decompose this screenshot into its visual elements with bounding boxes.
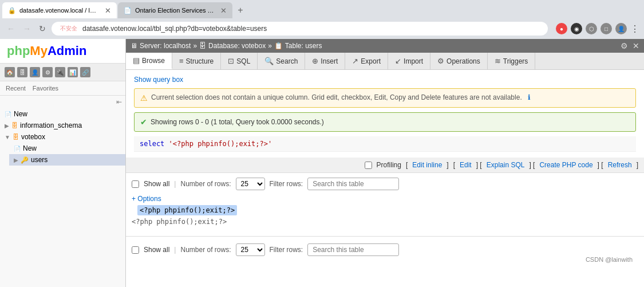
explain-sql-link[interactable]: Explain SQL: [487, 161, 525, 169]
expand-votebox-icon[interactable]: ▼: [5, 134, 10, 140]
tab-insert[interactable]: ⊕ Insert: [305, 53, 345, 69]
help-icon[interactable]: ℹ: [528, 93, 531, 101]
link-icon[interactable]: 🔗: [80, 67, 90, 77]
divider: [126, 236, 644, 237]
browser-icon-3[interactable]: ⬡: [586, 23, 597, 34]
structure-label: Structure: [186, 57, 214, 65]
refresh-button[interactable]: ↻: [37, 23, 48, 34]
expand-users-icon[interactable]: ▶: [14, 157, 18, 163]
favorites-label[interactable]: Favorites: [33, 85, 58, 92]
alert-warning: ⚠ Current selection does not contain a u…: [134, 88, 636, 108]
new-tab-button[interactable]: +: [234, 3, 247, 17]
refresh-link[interactable]: Refresh: [608, 161, 632, 169]
edit-inline-link[interactable]: Edit inline: [412, 161, 442, 169]
table-users-icon: 🔑: [21, 156, 29, 164]
db-info-icon: 🗄: [11, 122, 18, 129]
search-input-bottom[interactable]: [307, 243, 399, 256]
plugin-icon[interactable]: 🔌: [55, 67, 65, 77]
tab-title-active: datasafe.votenow.local / local: [19, 7, 99, 14]
edit-link[interactable]: Edit: [460, 161, 472, 169]
browser-icon-2[interactable]: ◉: [571, 23, 582, 34]
show-all-checkbox-top[interactable]: [132, 180, 139, 188]
number-rows-label-top: Number of rows:: [180, 180, 231, 188]
options-link[interactable]: + Options: [126, 195, 644, 205]
recent-favorites: Recent Favorites: [0, 81, 125, 96]
triggers-label: Triggers: [503, 57, 528, 65]
tab-search[interactable]: 🔍 Search: [258, 53, 305, 69]
bracket-final: ]: [637, 161, 638, 169]
code-highlighted: <?php phpinfo();exit;?>: [137, 205, 237, 215]
sidebar-item-votebox[interactable]: ▼ 🗄 votebox: [0, 131, 125, 143]
create-php-link[interactable]: Create PHP code: [539, 161, 592, 169]
warning-icon: ⚠: [140, 93, 148, 103]
browser-icon-5[interactable]: 👤: [615, 23, 627, 34]
show-all-label-top[interactable]: Show all: [144, 180, 169, 188]
tab-close-active[interactable]: ✕: [105, 6, 111, 15]
tab-browse[interactable]: ▤ Browse: [126, 53, 172, 69]
bracket-close1: ]: [447, 161, 448, 169]
sep1: [: [453, 161, 455, 169]
tab-import[interactable]: ↙ Import: [388, 53, 430, 69]
number-rows-select-top[interactable]: 25 50 100: [236, 178, 265, 190]
expand-info-icon[interactable]: ▶: [5, 123, 9, 129]
main-layout: phpMyAdmin 🏠 🗄 👤 ⚙ 🔌 📊 🔗 Recent Favorite…: [0, 39, 644, 287]
breadcrumb-table: Table: users: [285, 42, 322, 50]
top-bar-icons: ⚙ ✕: [621, 41, 639, 50]
settings-icon[interactable]: ⚙: [42, 67, 53, 77]
new-icon: 📄: [5, 111, 11, 117]
tab-favicon: 🔒: [8, 7, 16, 14]
sql-value: '<?php phpinfo();exit;?>': [169, 140, 272, 148]
browser-icon-1[interactable]: ●: [556, 23, 567, 34]
browser-icon-4[interactable]: □: [600, 23, 612, 34]
tab-operations[interactable]: ⚙ Operations: [430, 53, 488, 69]
url-bar[interactable]: 不安全 datasafe.votenow.local/tbl_sql.php?d…: [52, 22, 548, 36]
show-query-box-link[interactable]: Show query box: [134, 76, 183, 84]
user-icon[interactable]: 👤: [30, 67, 40, 77]
sql-label: SQL: [236, 57, 250, 65]
tab-sql[interactable]: ⊡ SQL: [221, 53, 258, 69]
recent-label[interactable]: Recent: [6, 85, 26, 92]
watermark: CSDN @lainwith: [126, 256, 638, 263]
chart-icon[interactable]: 📊: [68, 67, 78, 77]
separator-top: |: [174, 180, 176, 188]
browser-chrome: 🔒 datasafe.votenow.local / local ✕ 📄 Ont…: [0, 0, 644, 39]
tab-close-inactive[interactable]: ✕: [220, 6, 227, 15]
sidebar-item-users[interactable]: ▶ 🔑 users: [9, 154, 125, 166]
operations-icon: ⚙: [437, 57, 444, 65]
tab-structure[interactable]: ≡ Structure: [172, 53, 221, 69]
success-icon: ✔: [140, 117, 147, 127]
collapse-icon[interactable]: ⇤: [116, 98, 122, 106]
menu-dots[interactable]: ⋮: [630, 23, 639, 34]
structure-icon: ≡: [179, 57, 184, 65]
tab-triggers[interactable]: ≋ Triggers: [488, 53, 536, 69]
collapse-top-icon[interactable]: ✕: [633, 41, 639, 50]
import-icon: ↙: [395, 57, 401, 65]
home-icon[interactable]: 🏠: [5, 67, 15, 77]
logo-my: My: [30, 44, 48, 58]
number-rows-select-bottom[interactable]: 25 50 100: [236, 243, 265, 256]
sidebar-info-label: information_schema: [20, 121, 82, 129]
breadcrumb-icon: 🖥: [131, 42, 137, 50]
forward-button[interactable]: →: [21, 23, 33, 34]
search-input-top[interactable]: [307, 178, 399, 190]
operations-label: Operations: [447, 57, 480, 65]
breadcrumb: 🖥 Server: localhost » 🗄 Database: votebo…: [131, 42, 322, 50]
show-all-checkbox-bottom[interactable]: [132, 246, 139, 254]
show-all-label-bottom[interactable]: Show all: [144, 246, 169, 254]
back-button[interactable]: ←: [5, 23, 17, 34]
insert-icon: ⊕: [312, 57, 318, 65]
db-icon-tool[interactable]: 🗄: [17, 67, 27, 77]
sidebar-item-information-schema[interactable]: ▶ 🗄 information_schema: [0, 120, 125, 131]
content-area: 🖥 Server: localhost » 🗄 Database: votebo…: [126, 39, 644, 287]
profiling-checkbox[interactable]: [365, 162, 372, 169]
tab-inactive[interactable]: 📄 Ontario Election Services » Vo ✕: [118, 2, 232, 18]
tab-export[interactable]: ↗ Export: [345, 53, 388, 69]
sidebar-votebox-label: votebox: [21, 133, 45, 141]
number-rows-label-bottom: Number of rows:: [180, 246, 231, 254]
sidebar: phpMyAdmin 🏠 🗄 👤 ⚙ 🔌 📊 🔗 Recent Favorite…: [0, 39, 126, 287]
sidebar-item-new1[interactable]: 📄 New: [0, 108, 125, 120]
sidebar-item-new2[interactable]: 📄 New: [9, 143, 125, 154]
settings-top-icon[interactable]: ⚙: [621, 41, 628, 50]
tab-active[interactable]: 🔒 datasafe.votenow.local / local ✕: [2, 2, 117, 18]
browse-icon: ▤: [133, 56, 140, 65]
